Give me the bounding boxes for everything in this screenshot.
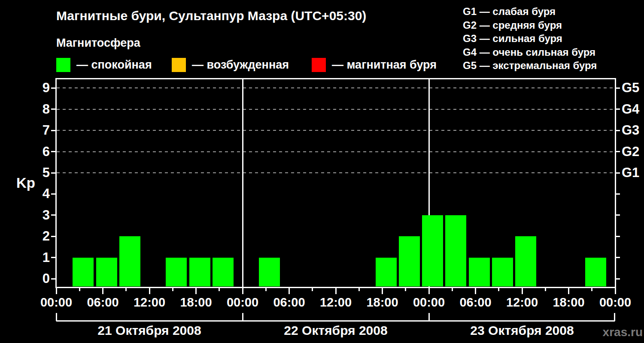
right-axis-tick (616, 151, 620, 152)
date-bracket-tick (614, 313, 615, 321)
y-axis-tick-label: 8 (28, 101, 50, 118)
date-label-day1: 21 Октября 2008 (56, 323, 243, 338)
x-axis-time-label: 18:00 (545, 295, 592, 309)
gridline-kp6 (57, 151, 615, 152)
kp-bar (213, 258, 234, 286)
x-axis-major-tick (568, 288, 569, 294)
x-axis-minor-tick (312, 288, 313, 291)
x-axis-major-tick (242, 288, 243, 294)
right-axis-tick (616, 214, 620, 216)
x-axis-minor-tick (498, 288, 499, 291)
kp-bar (376, 258, 397, 286)
g-scale-label: G5 (622, 79, 644, 96)
x-axis-minor-tick (79, 288, 80, 291)
right-axis-tick (616, 278, 620, 280)
gridline-kp5 (57, 172, 615, 173)
x-axis-major-tick (56, 288, 57, 294)
y-axis-tick (51, 172, 55, 174)
x-axis-major-tick (149, 288, 150, 294)
plot-area: 0123456789G1G2G3G4G500:0006:0012:0018:00… (0, 0, 644, 343)
date-bracket-tick (428, 313, 430, 321)
gridline-kp9 (57, 87, 615, 88)
x-axis-minor-tick (172, 288, 173, 291)
right-axis-tick (616, 87, 620, 89)
x-axis-time-label: 00:00 (219, 295, 266, 309)
x-axis-minor-tick (452, 288, 453, 291)
kp-bar (119, 236, 140, 286)
y-axis-tick-label: 1 (28, 249, 50, 266)
y-axis-tick (51, 130, 55, 131)
kp-bar (166, 258, 187, 286)
x-axis-time-label: 00:00 (405, 295, 453, 309)
g-scale-label: G1 (622, 164, 644, 181)
x-axis-time-label: 00:00 (592, 295, 639, 309)
right-axis-tick (616, 108, 620, 110)
right-axis-tick (616, 193, 620, 195)
x-axis-minor-tick (265, 288, 267, 291)
y-axis-tick (51, 236, 55, 237)
kp-bar (73, 258, 94, 286)
y-axis-tick (51, 257, 55, 258)
kp-bar (445, 215, 466, 286)
x-axis-minor-tick (405, 288, 406, 291)
right-axis-tick (616, 130, 620, 131)
x-axis-major-tick (615, 288, 616, 294)
x-axis-major-tick (195, 288, 197, 294)
kp-bar (515, 236, 536, 286)
x-axis-time-label: 06:00 (79, 295, 127, 309)
y-axis-tick-label: 6 (28, 143, 50, 160)
right-axis-tick (616, 257, 620, 258)
kp-bar (469, 258, 490, 286)
y-axis-tick-label: 7 (28, 122, 50, 139)
right-axis-tick (616, 172, 620, 174)
date-bracket-tick (56, 313, 57, 321)
kp-bar (585, 258, 606, 286)
kp-bar (399, 236, 420, 286)
y-axis-tick (51, 151, 55, 152)
watermark: xras.ru (554, 325, 643, 339)
g-scale-label: G3 (622, 122, 644, 139)
x-axis-time-label: 06:00 (452, 295, 499, 309)
magnetic-storm-chart: Магнитные бури, Сультанпур Мазра (UTC+05… (0, 0, 644, 343)
x-axis-major-tick (428, 288, 430, 294)
g-scale-label: G4 (622, 101, 644, 118)
y-axis-title: Kp (16, 175, 35, 191)
gridline-kp7 (57, 130, 615, 131)
kp-bar (96, 258, 117, 286)
x-axis-time-label: 06:00 (266, 295, 313, 309)
date-bracket-line (56, 320, 615, 322)
kp-bar (259, 258, 280, 286)
kp-bar (422, 215, 443, 286)
x-axis-major-tick (522, 288, 523, 294)
x-axis-major-tick (289, 288, 290, 294)
y-axis-tick-label: 2 (28, 228, 50, 245)
x-axis-time-label: 12:00 (312, 295, 359, 309)
x-axis-time-label: 18:00 (359, 295, 406, 309)
x-axis-major-tick (475, 288, 476, 294)
y-axis-tick (51, 278, 55, 280)
x-axis-time-label: 00:00 (33, 295, 80, 309)
y-axis-tick (51, 87, 55, 89)
y-axis-tick (51, 108, 55, 110)
right-axis-tick (616, 236, 620, 237)
y-axis-tick (51, 214, 55, 216)
g-scale-label: G2 (622, 143, 644, 160)
x-axis-minor-tick (125, 288, 127, 291)
x-axis-minor-tick (591, 288, 592, 291)
x-axis-time-label: 18:00 (173, 295, 220, 309)
kp-bar (492, 258, 513, 286)
y-axis-tick-label: 0 (28, 270, 50, 287)
x-axis-time-label: 12:00 (498, 295, 546, 309)
x-axis-minor-tick (358, 288, 360, 291)
y-axis-tick-label: 9 (28, 79, 50, 96)
x-axis-major-tick (102, 288, 103, 294)
x-axis-minor-tick (545, 288, 546, 291)
x-axis-time-label: 12:00 (126, 295, 173, 309)
gridline-kp8 (57, 109, 615, 110)
kp-bar (189, 258, 210, 286)
date-label-day2: 22 Октября 2008 (243, 323, 429, 338)
y-axis-tick (51, 193, 55, 195)
x-axis-major-tick (335, 288, 337, 294)
x-axis-minor-tick (219, 288, 220, 291)
x-axis-major-tick (382, 288, 383, 294)
